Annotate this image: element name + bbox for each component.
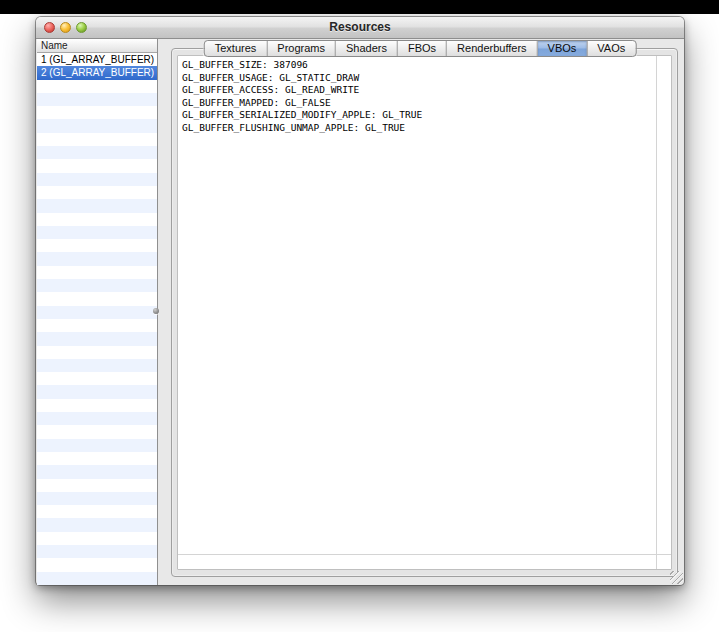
name-column-header[interactable]: Name	[37, 39, 157, 53]
list-item-empty[interactable]	[37, 239, 157, 252]
tab-textures[interactable]: Textures	[205, 41, 267, 56]
list-item-empty[interactable]	[37, 439, 157, 452]
list-item-empty[interactable]	[37, 226, 157, 239]
tab-content-box: GL_BUFFER_SIZE: 387096GL_BUFFER_USAGE: G…	[171, 48, 678, 577]
resources-window: Resources Name 1 (GL_ARRAY_BUFFER)2 (GL_…	[36, 17, 684, 585]
list-item-empty[interactable]	[37, 133, 157, 146]
tab-shaders[interactable]: Shaders	[335, 41, 397, 56]
screenshot-top-black-strip	[0, 0, 719, 14]
list-item-empty[interactable]	[37, 346, 157, 359]
list-item-empty[interactable]	[37, 372, 157, 385]
attribute-line: GL_BUFFER_ACCESS: GL_READ_WRITE	[182, 84, 656, 97]
attribute-line: GL_BUFFER_SIZE: 387096	[182, 59, 656, 72]
tab-vbos[interactable]: VBOs	[537, 41, 587, 56]
list-item-empty[interactable]	[37, 106, 157, 119]
attribute-line: GL_BUFFER_MAPPED: GL_FALSE	[182, 97, 656, 110]
list-item-empty[interactable]	[37, 572, 157, 585]
list-item-empty[interactable]	[37, 93, 157, 106]
list-item-empty[interactable]	[37, 399, 157, 412]
list-item-empty[interactable]	[37, 385, 157, 398]
list-item-empty[interactable]	[37, 119, 157, 132]
list-item-empty[interactable]	[37, 279, 157, 292]
list-item-empty[interactable]	[37, 199, 157, 212]
attributes-scroll-area: GL_BUFFER_SIZE: 387096GL_BUFFER_USAGE: G…	[177, 55, 672, 570]
list-item-empty[interactable]	[37, 425, 157, 438]
title-bar[interactable]: Resources	[36, 17, 684, 39]
sidebar-row-list: 1 (GL_ARRAY_BUFFER)2 (GL_ARRAY_BUFFER)	[37, 53, 157, 585]
tab-programs[interactable]: Programs	[266, 41, 335, 56]
list-item-empty[interactable]	[37, 492, 157, 505]
list-item-empty[interactable]	[37, 252, 157, 265]
list-item-empty[interactable]	[37, 80, 157, 93]
attribute-line: GL_BUFFER_USAGE: GL_STATIC_DRAW	[182, 72, 656, 85]
list-item-empty[interactable]	[37, 146, 157, 159]
list-item-empty[interactable]	[37, 359, 157, 372]
buffer-attributes-text: GL_BUFFER_SIZE: 387096GL_BUFFER_USAGE: G…	[178, 56, 656, 554]
window-title: Resources	[36, 20, 684, 34]
list-item-empty[interactable]	[37, 213, 157, 226]
list-item-empty[interactable]	[37, 479, 157, 492]
attribute-line: GL_BUFFER_SERIALIZED_MODIFY_APPLE: GL_TR…	[182, 109, 656, 122]
list-item-empty[interactable]	[37, 452, 157, 465]
list-item[interactable]: 2 (GL_ARRAY_BUFFER)	[37, 66, 157, 79]
list-item-empty[interactable]	[37, 173, 157, 186]
list-item-empty[interactable]	[37, 266, 157, 279]
list-item-empty[interactable]	[37, 558, 157, 571]
tab-bar: TexturesProgramsShadersFBOsRenderbuffers…	[204, 40, 637, 57]
horizontal-scrollbar[interactable]	[178, 554, 656, 569]
attribute-line: GL_BUFFER_FLUSHING_UNMAP_APPLE: GL_TRUE	[182, 122, 656, 135]
list-item-empty[interactable]	[37, 319, 157, 332]
tab-fbos[interactable]: FBOs	[397, 41, 446, 56]
list-item-empty[interactable]	[37, 465, 157, 478]
list-item-empty[interactable]	[37, 545, 157, 558]
list-item-empty[interactable]	[37, 332, 157, 345]
list-item-empty[interactable]	[37, 412, 157, 425]
tab-renderbuffers[interactable]: Renderbuffers	[446, 41, 537, 56]
resource-list-sidebar: Name 1 (GL_ARRAY_BUFFER)2 (GL_ARRAY_BUFF…	[37, 39, 158, 585]
list-item-empty[interactable]	[37, 518, 157, 531]
list-item[interactable]: 1 (GL_ARRAY_BUFFER)	[37, 53, 157, 66]
list-item-empty[interactable]	[37, 292, 157, 305]
tab-vaos[interactable]: VAOs	[586, 41, 635, 56]
resize-grip-icon[interactable]	[670, 571, 683, 584]
vertical-scrollbar[interactable]	[656, 56, 671, 554]
list-item-empty[interactable]	[37, 306, 157, 319]
list-item-empty[interactable]	[37, 532, 157, 545]
list-item-empty[interactable]	[37, 186, 157, 199]
splitter-handle-icon[interactable]	[153, 308, 159, 314]
list-item-empty[interactable]	[37, 505, 157, 518]
list-item-empty[interactable]	[37, 159, 157, 172]
scrollbar-corner	[656, 554, 671, 569]
